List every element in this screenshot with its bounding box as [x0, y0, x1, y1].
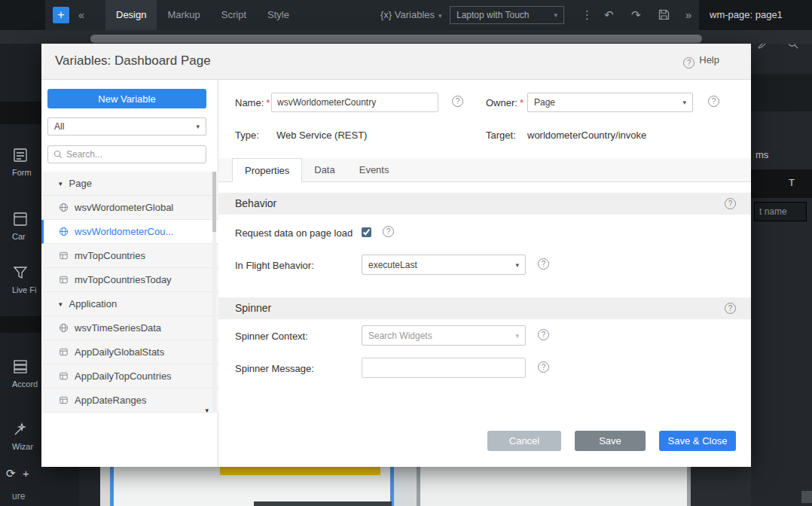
- canvas-top-bar: [90, 35, 702, 43]
- help-icon[interactable]: ?: [538, 329, 549, 340]
- variable-list-item[interactable]: wsvTimeSeriesData: [41, 316, 218, 340]
- owner-select-value: Page: [534, 97, 555, 108]
- model-variable-icon: [59, 395, 69, 405]
- variable-list-item[interactable]: mvTopCountries: [41, 244, 218, 268]
- wizard-widget-icon: [12, 421, 29, 437]
- help-icon[interactable]: ?: [538, 258, 549, 270]
- tab-properties[interactable]: Properties: [232, 158, 302, 182]
- variable-search[interactable]: [47, 145, 206, 163]
- help-icon[interactable]: ?: [725, 198, 736, 209]
- variables-dialog: Variables: Dashboard Page ?Help New Vari…: [41, 44, 751, 467]
- save-and-close-button[interactable]: Save & Close: [659, 431, 736, 451]
- help-icon[interactable]: ?: [708, 96, 719, 107]
- tab-data[interactable]: Data: [302, 158, 346, 181]
- detail-tabs: Properties Data Events: [218, 158, 751, 182]
- name-input[interactable]: [271, 93, 438, 112]
- more-menu-icon[interactable]: ⋮: [582, 0, 593, 30]
- cancel-button[interactable]: Cancel: [487, 431, 561, 451]
- variable-list-item[interactable]: AppDailyTopCountries: [41, 364, 218, 389]
- save-button[interactable]: Save: [575, 431, 646, 451]
- variables-list-panel: New Variable All ▾ ▾ Page wsvWordometerG…: [41, 80, 218, 467]
- help-icon[interactable]: ?: [452, 96, 463, 107]
- target-value: worldometerCountry/invoke: [527, 130, 646, 141]
- variable-list-item[interactable]: AppDailyGlobalStats: [41, 340, 218, 364]
- canvas-selection-edge: [110, 467, 114, 506]
- add-button[interactable]: +: [53, 7, 69, 23]
- variable-item-label: AppDailyTopCountries: [75, 370, 172, 382]
- model-variable-icon: [59, 275, 69, 285]
- list-scroll-down-icon[interactable]: ▾: [205, 407, 209, 414]
- plus-icon[interactable]: +: [23, 467, 29, 480]
- help-link[interactable]: ?Help: [683, 54, 719, 69]
- variable-item-label: mvTopCountriesToday: [75, 274, 172, 285]
- dialog-title: Variables: Dashboard Page: [55, 53, 211, 69]
- tab-style[interactable]: Style: [257, 0, 300, 30]
- variable-list-item[interactable]: AppDateRanges: [41, 389, 218, 413]
- variable-list-item[interactable]: wsvWordometerGlobal: [41, 196, 218, 220]
- device-selector-value: Laptop with Touch: [456, 10, 530, 20]
- canvas-right-gutter: [691, 467, 751, 506]
- items-label-fragment: ms: [756, 149, 768, 160]
- help-icon[interactable]: ?: [725, 303, 736, 314]
- variable-item-label: wsvTimeSeriesData: [75, 322, 161, 334]
- variable-list-item-selected[interactable]: wsvWorldometerCou...: [41, 220, 218, 244]
- variable-group-label: Application: [69, 298, 118, 309]
- variable-search-input[interactable]: [66, 149, 200, 160]
- webservice-variable-icon: [59, 203, 69, 212]
- spinner-context-label: Spinner Context:: [235, 331, 308, 342]
- behavior-section-title: Behavior: [235, 197, 276, 209]
- variable-filter-select[interactable]: All ▾: [47, 117, 206, 136]
- variable-group-application[interactable]: ▾ Application: [41, 292, 218, 316]
- spinner-message-input[interactable]: [362, 358, 526, 378]
- type-label: Type:: [235, 130, 259, 141]
- inflight-behavior-select[interactable]: executeLast ▾: [362, 255, 526, 275]
- collapse-icon[interactable]: «: [78, 0, 84, 30]
- right-panel-section: T: [751, 169, 812, 198]
- owner-label-text: Owner:: [486, 97, 517, 108]
- variable-item-label: AppDateRanges: [75, 395, 146, 406]
- variables-menu[interactable]: {x} Variables▾: [380, 0, 442, 31]
- variable-group-page[interactable]: ▾ Page: [41, 172, 218, 196]
- right-properties-panel: ms T t name: [751, 30, 812, 506]
- spinner-context-combobox[interactable]: Search Widgets ▾: [362, 325, 526, 346]
- expand-icon[interactable]: »: [685, 0, 691, 30]
- tab-script[interactable]: Script: [211, 0, 257, 30]
- right-panel-input-fragment[interactable]: t name: [754, 202, 807, 221]
- variable-item-label: wsvWordometerGlobal: [75, 202, 173, 213]
- search-icon: [53, 150, 63, 159]
- behavior-section-header: Behavior ?: [218, 193, 751, 215]
- tab-markup[interactable]: Markup: [157, 0, 210, 30]
- canvas-scrollbar[interactable]: [417, 467, 420, 506]
- owner-select[interactable]: Page ▾: [527, 93, 693, 112]
- chevron-down-icon: ▾: [196, 123, 200, 130]
- spinner-section-title: Spinner: [235, 302, 271, 314]
- required-mark: *: [266, 97, 270, 108]
- name-label: Name:*: [235, 97, 270, 108]
- tab-design[interactable]: Design: [105, 0, 157, 30]
- request-data-checkbox[interactable]: [362, 227, 371, 237]
- variable-list-item[interactable]: mvTopCountriesToday: [41, 268, 218, 292]
- help-icon[interactable]: ?: [383, 226, 394, 237]
- structure-tab-fragment[interactable]: ure: [12, 491, 25, 501]
- undo-icon[interactable]: ↶: [604, 0, 614, 30]
- canvas-top-strip: [0, 30, 812, 44]
- caret-down-icon: ▾: [59, 300, 63, 308]
- save-icon[interactable]: [658, 9, 670, 23]
- canvas-column: [420, 467, 687, 506]
- canvas-selection-edge: [390, 467, 394, 506]
- help-icon[interactable]: ?: [538, 361, 549, 373]
- chevron-down-icon: ▾: [682, 99, 686, 106]
- webservice-variable-icon: [59, 227, 69, 236]
- list-scrollbar[interactable]: [212, 172, 216, 411]
- model-variable-icon: [59, 347, 69, 357]
- tab-events[interactable]: Events: [347, 158, 401, 181]
- list-scrollbar-thumb[interactable]: [212, 172, 216, 232]
- refresh-icon[interactable]: ⟳: [6, 467, 16, 480]
- new-variable-button[interactable]: New Variable: [47, 89, 206, 108]
- right-panel-scroll-fragment[interactable]: [801, 491, 812, 503]
- chevron-down-icon: ▾: [515, 261, 519, 269]
- dialog-header: Variables: Dashboard Page ?Help: [41, 44, 751, 80]
- device-selector[interactable]: Laptop with Touch ▾: [450, 6, 564, 24]
- editor-tabs: Design Markup Script Style: [105, 0, 300, 30]
- redo-icon[interactable]: ↷: [631, 0, 641, 30]
